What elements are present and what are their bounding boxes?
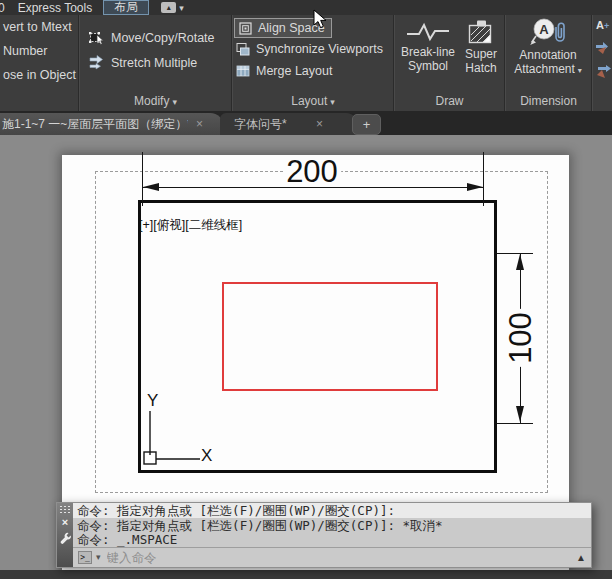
break-line-symbol-button[interactable]: Break-line Symbol bbox=[396, 19, 460, 73]
ribbon-minimize-icon: ▴ bbox=[161, 2, 176, 13]
ucs-y-label: Y bbox=[147, 391, 158, 410]
viewport-controls-label[interactable]: [+][俯视][二维线框] bbox=[139, 217, 242, 234]
merge-layout-label: Merge Layout bbox=[256, 64, 332, 78]
panel-label-layout[interactable]: Layout▾ bbox=[232, 94, 394, 108]
dim-arrow-down-icon bbox=[516, 406, 524, 422]
bottom-strip bbox=[0, 570, 612, 579]
drawing-tab-1-label: 施1-1~7 一~屋面层平面图（绑定）* bbox=[2, 116, 188, 133]
break-line-label-1: Break-line bbox=[401, 45, 455, 59]
panel-clipped-right: A+ bbox=[591, 15, 612, 111]
chevron-down-icon: ▾ bbox=[179, 3, 184, 13]
dim-arrow-up-icon bbox=[516, 254, 524, 270]
super-hatch-label-1: Super bbox=[465, 47, 497, 61]
customize-wrench-icon[interactable] bbox=[59, 531, 71, 545]
move-copy-rotate-button[interactable]: Move/Copy/Rotate bbox=[88, 29, 215, 46]
move-copy-rotate-label: Move/Copy/Rotate bbox=[111, 31, 215, 45]
convert-to-mtext-label: vert to Mtext bbox=[3, 20, 72, 34]
stretch-multiple-button[interactable]: Stretch Multiple bbox=[88, 54, 197, 71]
drawing-tab-2-label: 字体问号* bbox=[234, 116, 308, 133]
close-icon[interactable]: × bbox=[62, 517, 68, 528]
command-input[interactable] bbox=[105, 549, 573, 566]
close-icon[interactable]: × bbox=[316, 117, 323, 131]
break-line-label-2: Symbol bbox=[408, 59, 448, 73]
synchronize-viewports-button[interactable]: Synchronize Viewports bbox=[236, 42, 383, 56]
stretch-multiple-label: Stretch Multiple bbox=[111, 56, 197, 70]
drawing-tab-bar: 施1-1~7 一~屋面层平面图（绑定）* × 字体问号* × + bbox=[0, 111, 612, 136]
dim-arrow-left-icon bbox=[143, 183, 159, 191]
command-prompt-icon[interactable]: >_ bbox=[78, 551, 92, 564]
dim-reassociate-icon[interactable] bbox=[594, 65, 612, 79]
ribbon-options-button[interactable]: ▴ ▾ bbox=[161, 2, 184, 13]
merge-layout-icon bbox=[236, 64, 250, 78]
command-window: × 命令: 指定对角点或 [栏选(F)/圈围(WP)/圈交(CP)]: 命令: … bbox=[56, 502, 592, 568]
enclose-in-object-label: ose in Object bbox=[3, 68, 76, 82]
command-history-line: 命令: _.MSPACE bbox=[73, 532, 591, 547]
panel-dimension: A Annotation Attachment▾ Dimension bbox=[504, 15, 592, 111]
annotation-attachment-label-1: Annotation bbox=[519, 48, 576, 62]
dim-text-200: 200 bbox=[283, 156, 341, 187]
drawing-tab-1[interactable]: 施1-1~7 一~屋面层平面图（绑定）* × bbox=[0, 113, 224, 135]
panel-text-tools: vert to Mtext Number ose in Object bbox=[0, 15, 78, 111]
synchronize-viewports-label: Synchronize Viewports bbox=[256, 42, 383, 56]
draw-label: Draw bbox=[435, 94, 463, 108]
chevron-down-icon: ▾ bbox=[330, 97, 335, 107]
modify-label: Modify bbox=[134, 94, 169, 108]
dim-text-100: 100 bbox=[505, 309, 536, 367]
mouse-cursor-icon bbox=[313, 9, 329, 31]
stretch-multiple-icon bbox=[88, 54, 105, 71]
super-hatch-button[interactable]: Super Hatch bbox=[460, 17, 502, 75]
synchronize-viewports-icon bbox=[236, 42, 250, 56]
chevron-down-icon: ▾ bbox=[172, 97, 177, 107]
expand-history-icon[interactable]: ▲ bbox=[576, 552, 586, 563]
command-window-grip[interactable]: × bbox=[57, 503, 73, 567]
enclose-in-object-button[interactable]: ose in Object bbox=[3, 68, 76, 82]
command-input-row: >_ ▾ ▲ bbox=[73, 547, 591, 567]
super-hatch-label-2: Hatch bbox=[465, 61, 496, 75]
dim-arrow-right-icon bbox=[467, 183, 483, 191]
ribbon-tab-bar: 0 Express Tools 布局 ▴ ▾ bbox=[0, 0, 612, 15]
dim-ext-line bbox=[497, 253, 533, 254]
panel-label-modify[interactable]: Modify▾ bbox=[79, 94, 232, 108]
chevron-down-icon: ▾ bbox=[578, 66, 582, 75]
panel-label-dimension[interactable]: Dimension bbox=[505, 94, 592, 108]
command-history: 命令: 指定对角点或 [栏选(F)/圈围(WP)/圈交(CP)]: 命令: 指定… bbox=[73, 503, 591, 567]
dim-ext-line bbox=[483, 152, 484, 206]
layout-label: Layout bbox=[291, 94, 327, 108]
align-space-icon bbox=[239, 22, 252, 35]
annotation-attachment-icon: A bbox=[529, 18, 567, 48]
chevron-down-icon[interactable]: ▾ bbox=[96, 552, 101, 562]
move-copy-rotate-icon bbox=[88, 29, 105, 46]
dim-ext-line bbox=[497, 423, 533, 424]
dim-style-icon[interactable]: A+ bbox=[596, 19, 609, 31]
autocad-window: 0 Express Tools 布局 ▴ ▾ vert to Mtext Num… bbox=[0, 0, 612, 579]
break-line-symbol-icon bbox=[405, 19, 451, 45]
close-icon[interactable]: × bbox=[196, 117, 203, 131]
ribbon-tab-express-tools[interactable]: Express Tools bbox=[9, 1, 101, 15]
command-history-line: 命令: 指定对角点或 [栏选(F)/圈围(WP)/圈交(CP)]: bbox=[73, 503, 591, 518]
ribbon: vert to Mtext Number ose in Object Move/… bbox=[0, 15, 612, 112]
annotation-letter: A bbox=[539, 22, 549, 37]
new-drawing-tab-button[interactable]: + bbox=[352, 114, 381, 135]
super-hatch-icon bbox=[466, 17, 496, 47]
red-rectangle-entity[interactable] bbox=[222, 282, 438, 391]
command-history-line: 命令: 指定对角点或 [栏选(F)/圈围(WP)/圈交(CP)]: *取消* bbox=[73, 518, 591, 533]
auto-number-button[interactable]: Number bbox=[3, 44, 47, 58]
drawing-tab-2[interactable]: 字体问号* × bbox=[220, 113, 358, 135]
ribbon-tab-partial[interactable]: 0 bbox=[0, 1, 9, 15]
plus-icon: + bbox=[363, 117, 371, 132]
auto-number-label: Number bbox=[3, 44, 47, 58]
merge-layout-button[interactable]: Merge Layout bbox=[236, 64, 332, 78]
dim-ext-line bbox=[142, 152, 143, 206]
dimension-label: Dimension bbox=[520, 94, 577, 108]
ucs-x-label: X bbox=[201, 446, 212, 465]
annotation-attachment-button[interactable]: A Annotation Attachment▾ bbox=[508, 18, 588, 78]
panel-modify: Move/Copy/Rotate Stretch Multiple Modify… bbox=[78, 15, 232, 111]
panel-label-draw[interactable]: Draw bbox=[394, 94, 505, 108]
panel-draw: Break-line Symbol Super Hatch Draw bbox=[393, 15, 505, 111]
ribbon-tab-layout[interactable]: 布局 bbox=[103, 0, 149, 15]
drag-handle-icon[interactable] bbox=[59, 505, 71, 514]
annotation-attachment-label-2: Attachment bbox=[514, 62, 575, 76]
dim-update-icon[interactable] bbox=[594, 41, 612, 55]
convert-to-mtext-button[interactable]: vert to Mtext bbox=[3, 20, 72, 34]
ucs-icon: Y X bbox=[135, 385, 225, 470]
